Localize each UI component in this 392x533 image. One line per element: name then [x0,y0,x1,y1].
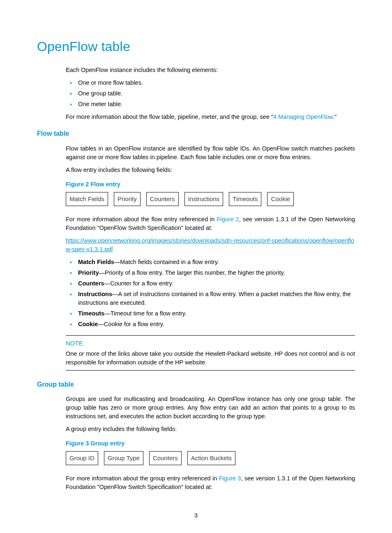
flow-fields-list: Match Fields—Match fields contained in a… [66,258,355,329]
diagram-cell: Group Type [104,451,143,465]
field-term: Priority [78,269,99,276]
diagram-cell: Action Buckets [187,451,235,465]
group-table-heading: Group table [37,380,355,389]
group-table-p1: Groups are used for multicasting and bro… [66,395,355,421]
list-item: One meter table. [66,100,355,109]
field-term: Timeouts [78,310,104,317]
field-desc: —Match fields contained in a flow entry. [114,259,219,265]
flow-table-p2: A flow entry includes the following fiel… [66,166,355,174]
field-desc: —Counter for a flow entry. [104,280,173,287]
field-term: Cookie [78,321,98,327]
list-item: Instructions—A set of instructions conta… [66,290,355,307]
managing-openflow-link[interactable]: 4 Managing OpenFlow [273,114,333,120]
openflow-spec-link[interactable]: https://www.opennetworking.org/images/st… [66,237,354,253]
note-box: NOTE: One or more of the links above tak… [66,335,355,371]
text: For more information about the flow tabl… [66,114,273,120]
intro-bullet-list: One or more flow tables.One group table.… [66,79,355,109]
diagram-cell: Cookie [267,192,294,206]
figure-3-link[interactable]: Figure 3 [219,475,241,482]
field-desc: —Timeout time for a flow entry. [104,310,187,317]
text: ." [333,114,337,120]
page-title: OpenFlow table [37,37,355,56]
field-term: Counters [78,280,104,287]
text: For more information about the group ent… [66,475,219,482]
group-table-p3: For more information about the group ent… [66,474,355,491]
diagram-cell: Counters [146,192,179,206]
figure-3-caption: Figure 3 Group entry [66,439,355,448]
diagram-cell: Timeouts [229,192,261,206]
intro-paragraph: Each OpenFlow instance includes the foll… [66,66,355,74]
diagram-cell: Group ID [66,451,98,465]
more-info-paragraph: For more information about the flow tabl… [66,113,355,121]
note-title: NOTE: [66,339,355,348]
figure-2-caption: Figure 2 Flow entry [66,180,355,189]
text: For more information about the flow entr… [66,216,217,222]
list-item: Counters—Counter for a flow entry. [66,279,355,288]
group-table-p2: A group entry includes the following fie… [66,425,355,433]
spec-url-paragraph: https://www.opennetworking.org/images/st… [66,236,355,254]
diagram-cell: Instructions [184,192,224,206]
list-item: One group table. [66,89,355,98]
field-desc: —A set of instructions contained in a fl… [78,291,351,306]
field-term: Instructions [78,291,112,297]
field-desc: —Priority of a flow entry. The larger th… [99,269,285,276]
flow-table-heading: Flow table [37,129,355,138]
flow-table-p1: Flow tables in an OpenFlow instance are … [66,144,355,162]
diagram-cell: Priority [114,192,141,206]
figure-2-link[interactable]: Figure 2 [217,216,239,222]
field-term: Match Fields [78,259,114,265]
list-item: One or more flow tables. [66,79,355,87]
flow-table-p3: For more information about the flow entr… [66,215,355,232]
figure-3-diagram: Group IDGroup TypeCountersAction Buckets [66,451,355,465]
diagram-cell: Match Fields [66,192,108,206]
page-number: 3 [37,511,355,519]
list-item: Priority—Priority of a flow entry. The l… [66,269,355,277]
list-item: Match Fields—Match fields contained in a… [66,258,355,266]
list-item: Timeouts—Timeout time for a flow entry. [66,309,355,318]
figure-2-diagram: Match FieldsPriorityCountersInstructions… [66,192,355,206]
note-body: One or more of the links above take you … [66,350,355,367]
list-item: Cookie—Cookie for a flow entry. [66,320,355,329]
diagram-cell: Counters [149,451,182,465]
field-desc: —Cookie for a flow entry. [98,321,164,327]
